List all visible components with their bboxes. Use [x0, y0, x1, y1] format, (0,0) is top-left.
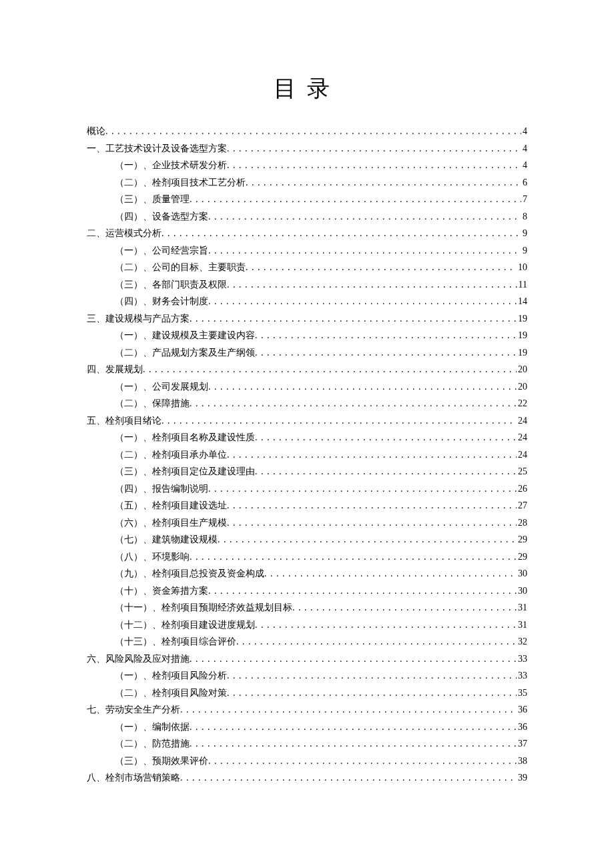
toc-entry-page: 7: [521, 191, 527, 208]
toc-dot-leader: [292, 599, 517, 616]
toc-row: （一）、编制依据36: [87, 719, 527, 736]
toc-entry-label: （七）、建筑物建设规模: [115, 531, 218, 548]
toc-entry-label: 三、建设规模与产品方案: [87, 310, 190, 328]
toc-entry-page: 37: [517, 735, 527, 753]
toc-row: （三）、质量管理7: [87, 191, 527, 208]
toc-entry-page: 10: [517, 259, 527, 276]
toc-row: （十一）、栓剂项目预期经济效益规划目标31: [87, 599, 527, 616]
toc-entry-page: 19: [517, 327, 527, 344]
toc-entry-label: 二、运营模式分析: [87, 225, 162, 242]
toc-entry-label: （一）、公司发展规划: [115, 378, 208, 396]
toc-dot-leader: [143, 361, 517, 378]
toc-dot-leader: [208, 208, 521, 226]
toc-entry-label: （一）、栓剂项目名称及建设性质: [115, 429, 255, 446]
toc-row: （八）、环境影响29: [87, 548, 527, 566]
toc-entry-page: 38: [517, 753, 527, 770]
toc-entry-page: 24: [517, 412, 527, 430]
toc-row: （十）、资金筹措方案30: [87, 582, 527, 600]
toc-row: （九）、栓剂项目总投资及资金构成30: [87, 565, 527, 582]
toc-row: （二）、公司的目标、主要职责10: [87, 259, 527, 276]
toc-row: （一）、建设规模及主要建设内容19: [87, 327, 527, 344]
toc-row: （三）、预期效果评价38: [87, 753, 527, 770]
toc-row: 八、栓剂市场营销策略39: [87, 769, 527, 787]
toc-dot-leader: [208, 480, 517, 498]
toc-dot-leader: [180, 769, 517, 787]
toc-entry-label: （八）、环境影响: [115, 548, 190, 566]
toc-entry-label: （二）、栓剂项目承办单位: [115, 446, 227, 464]
toc-entry-label: 概论: [87, 123, 105, 140]
toc-dot-leader: [255, 616, 517, 634]
toc-dot-leader: [105, 123, 521, 140]
toc-dot-leader: [190, 650, 517, 668]
toc-entry-label: （一）、栓剂项目风险分析: [115, 667, 227, 685]
toc-row: （二）、产品规划方案及生产纲领19: [87, 344, 527, 362]
toc-dot-leader: [227, 157, 521, 174]
toc-row: （四）、财务会计制度14: [87, 293, 527, 310]
toc-row: 二、运营模式分析9: [87, 225, 527, 242]
toc-entry-page: 27: [517, 497, 527, 514]
toc-entry-label: （十一）、栓剂项目预期经济效益规划目标: [115, 599, 292, 616]
toc-row: （四）、报告编制说明26: [87, 480, 527, 498]
toc-dot-leader: [255, 429, 517, 446]
toc-entry-page: 39: [517, 769, 527, 787]
toc-entry-page: 31: [517, 616, 527, 634]
toc-entry-label: 五、栓剂项目绪论: [87, 412, 162, 430]
toc-row: 五、栓剂项目绪论24: [87, 412, 527, 430]
toc-dot-leader: [208, 378, 517, 396]
toc-entry-label: （六）、栓剂项目生产规模: [115, 514, 227, 532]
toc-entry-label: （四）、设备选型方案: [115, 208, 208, 226]
toc-entry-label: （三）、栓剂项目定位及建设理由: [115, 463, 255, 480]
toc-row: （一）、栓剂项目名称及建设性质24: [87, 429, 527, 446]
toc-row: 一、工艺技术设计及设备选型方案4: [87, 140, 527, 157]
toc-dot-leader: [208, 242, 521, 260]
toc-entry-label: （一）、企业技术研发分析: [115, 157, 227, 174]
toc-dot-leader: [255, 344, 517, 362]
toc-entry-label: （二）、防范措施: [115, 735, 190, 753]
toc-list: 概论4一、工艺技术设计及设备选型方案4（一）、企业技术研发分析4（二）、栓剂项目…: [87, 123, 527, 787]
toc-entry-label: 四、发展规划: [87, 361, 143, 378]
toc-entry-page: 4: [521, 140, 527, 157]
toc-dot-leader: [190, 719, 517, 736]
toc-entry-label: （一）、建设规模及主要建设内容: [115, 327, 255, 344]
toc-entry-page: 35: [517, 685, 527, 702]
toc-row: 三、建设规模与产品方案19: [87, 310, 527, 328]
toc-dot-leader: [227, 276, 517, 294]
toc-entry-label: （一）、公司经营宗旨: [115, 242, 208, 260]
toc-entry-label: （四）、报告编制说明: [115, 480, 208, 498]
toc-dot-leader: [227, 685, 517, 702]
toc-entry-label: （九）、栓剂项目总投资及资金构成: [115, 565, 264, 582]
toc-entry-label: （二）、栓剂项目风险对策: [115, 685, 227, 702]
toc-entry-label: （三）、各部门职责及权限: [115, 276, 227, 294]
toc-entry-page: 36: [517, 719, 527, 736]
toc-row: （二）、栓剂项目承办单位24: [87, 446, 527, 464]
toc-entry-page: 24: [517, 429, 527, 446]
toc-entry-page: 32: [517, 633, 527, 650]
toc-row: 概论4: [87, 123, 527, 140]
toc-dot-leader: [246, 259, 517, 276]
toc-dot-leader: [190, 310, 517, 328]
toc-row: （二）、栓剂项目技术工艺分析6: [87, 174, 527, 191]
toc-row: （三）、栓剂项目定位及建设理由25: [87, 463, 527, 480]
toc-entry-label: （三）、预期效果评价: [115, 753, 208, 770]
toc-row: （十三）、栓剂项目综合评价32: [87, 633, 527, 650]
toc-entry-label: （一）、编制依据: [115, 719, 190, 736]
toc-entry-page: 29: [517, 531, 527, 548]
toc-title: 目录: [87, 73, 527, 104]
toc-row: （三）、各部门职责及权限11: [87, 276, 527, 294]
toc-entry-page: 20: [517, 378, 527, 396]
toc-row: （五）、栓剂项目建设选址27: [87, 497, 527, 514]
toc-dot-leader: [227, 140, 521, 157]
toc-entry-page: 19: [517, 344, 527, 362]
toc-dot-leader: [208, 753, 517, 770]
toc-entry-page: 33: [517, 650, 527, 668]
toc-row: 七、劳动安全生产分析36: [87, 701, 527, 719]
toc-entry-page: 24: [517, 446, 527, 464]
toc-dot-leader: [162, 225, 521, 242]
toc-dot-leader: [227, 497, 517, 514]
toc-dot-leader: [227, 446, 517, 464]
toc-dot-leader: [255, 327, 517, 344]
toc-entry-label: 八、栓剂市场营销策略: [87, 769, 180, 787]
toc-dot-leader: [255, 463, 517, 480]
toc-entry-page: 30: [517, 582, 527, 600]
toc-entry-page: 4: [521, 157, 527, 174]
